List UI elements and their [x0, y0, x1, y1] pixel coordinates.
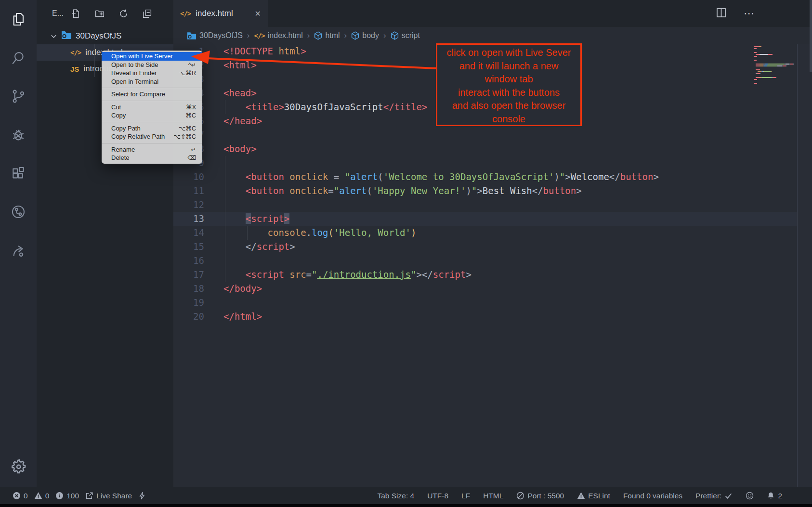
annotation-text-line: interact with the buttons: [437, 86, 580, 100]
breadcrumb-item-html[interactable]: html: [314, 31, 340, 40]
breadcrumb-item-body[interactable]: body: [351, 31, 379, 40]
menu-item-open-in-terminal[interactable]: Open in Terminal: [102, 78, 202, 86]
info-count[interactable]: 100: [55, 492, 79, 500]
new-folder-icon[interactable]: [95, 9, 105, 19]
feedback-smiley[interactable]: [746, 492, 754, 500]
activity-bar: [0, 0, 37, 487]
code-line-9[interactable]: 9: [173, 156, 797, 170]
menu-item-delete[interactable]: Delete⌫: [102, 154, 202, 162]
code-line-18[interactable]: 18</body>: [173, 282, 797, 296]
menu-item-select-for-compare[interactable]: Select for Compare: [102, 90, 202, 99]
line-content: [204, 296, 223, 310]
tree-indent-guide: [94, 44, 95, 77]
activity-item-gitlens[interactable]: [0, 193, 37, 231]
folder-icon: [187, 32, 196, 40]
code-line-19[interactable]: 19: [173, 296, 797, 310]
language-indicator[interactable]: HTML: [483, 492, 503, 500]
menu-separator: [102, 88, 202, 88]
live-share-button[interactable]: Live Share: [85, 492, 132, 500]
tab-size-indicator[interactable]: Tab Size: 4: [377, 492, 414, 500]
tab-close-icon[interactable]: ✕: [255, 9, 261, 18]
code-line-20[interactable]: 20</html>: [173, 310, 797, 324]
indent-guide: [225, 156, 225, 282]
annotation-text-line: and also open the browser: [437, 99, 580, 113]
activity-bar-items: [0, 0, 37, 270]
editor-scrollbar[interactable]: [810, 0, 812, 72]
menu-item-open-to-the-side[interactable]: Open to the Side^↵: [102, 61, 202, 69]
line-content: <script src="./introduction.js"></script…: [204, 268, 471, 282]
eslint-status[interactable]: ESLint: [577, 492, 610, 500]
code-line-13[interactable]: 13 <script>: [173, 212, 797, 226]
activity-item-run-and-debug[interactable]: [0, 116, 37, 154]
html-file-icon: </>: [180, 10, 191, 17]
line-content: <button onclick = "alert('Welcome to 30D…: [204, 170, 659, 184]
activity-item-extensions[interactable]: [0, 154, 37, 193]
breadcrumb-label: html: [325, 31, 340, 40]
code-line-7[interactable]: 7: [173, 128, 797, 142]
breadcrumb-item-script[interactable]: script: [391, 31, 420, 40]
info-icon: [55, 492, 64, 500]
line-content: <button onclick="alert('Happy New Year!'…: [204, 184, 582, 198]
activity-item-search[interactable]: [0, 39, 37, 77]
code-line-12[interactable]: 12: [173, 198, 797, 212]
breadcrumb-separator: ›: [247, 31, 250, 40]
line-number: 13: [173, 212, 204, 226]
minimap[interactable]: [754, 46, 798, 85]
split-editor-icon[interactable]: [716, 8, 726, 20]
new-file-icon[interactable]: [71, 9, 81, 19]
code-line-8[interactable]: 8<body>: [173, 142, 797, 156]
menu-item-rename[interactable]: Rename↵: [102, 145, 202, 154]
tab-index-html[interactable]: </> index.html ✕: [173, 0, 268, 27]
code-line-17[interactable]: 17 <script src="./introduction.js"></scr…: [173, 268, 797, 282]
live-server-port[interactable]: Port : 5500: [516, 492, 564, 500]
line-content: [204, 128, 223, 142]
menu-item-label: Delete: [111, 154, 130, 161]
problems-warnings[interactable]: 0: [34, 492, 50, 500]
breadcrumb: 30DaysOfJS›</>index.html›html›body›scrip…: [173, 27, 812, 44]
activity-item-explorer[interactable]: [0, 0, 37, 39]
menu-item-shortcut: ⌥⌘R: [179, 69, 196, 77]
menu-item-copy-path[interactable]: Copy Path⌥⌘C: [102, 124, 202, 133]
context-menu: Open with Live ServerOpen to the Side^↵R…: [102, 51, 202, 164]
activity-item-live-share[interactable]: [0, 231, 37, 270]
code-line-16[interactable]: 16: [173, 254, 797, 268]
settings-gear-icon[interactable]: [0, 447, 37, 485]
menu-item-label: Open in Terminal: [111, 78, 158, 85]
annotation-text-line: and it will launch a new: [437, 60, 580, 73]
eol-indicator[interactable]: LF: [461, 492, 470, 500]
line-content: [204, 254, 223, 268]
menu-item-shortcut: ⌘X: [186, 104, 196, 111]
breadcrumb-item-30daysofjs[interactable]: 30DaysOfJS: [187, 31, 243, 40]
folder-open-icon: [61, 31, 72, 42]
collapse-folders-icon[interactable]: [142, 9, 152, 19]
menu-item-label: Copy Path: [111, 125, 141, 132]
notifications-bell[interactable]: 2: [767, 492, 782, 500]
menu-item-reveal-in-finder[interactable]: Reveal in Finder⌥⌘R: [102, 69, 202, 78]
refresh-explorer-icon[interactable]: [118, 9, 129, 19]
code-line-11[interactable]: 11 <button onclick="alert('Happy New Yea…: [173, 184, 797, 198]
breadcrumb-label: index.html: [268, 31, 303, 40]
line-content: </html>: [204, 310, 262, 324]
menu-item-cut[interactable]: Cut⌘X: [102, 103, 202, 112]
more-actions-icon[interactable]: ⋯: [744, 7, 755, 20]
vscode-window: E... 30DaysOfJS </> index.html JS introd…: [0, 0, 812, 507]
code-line-15[interactable]: 15 </script>: [173, 240, 797, 254]
code-line-14[interactable]: 14 console.log('Hello, World'): [173, 226, 797, 240]
bolt-icon[interactable]: [138, 492, 146, 500]
menu-item-copy[interactable]: Copy⌘C: [102, 111, 202, 120]
menu-item-open-with-live-server[interactable]: Open with Live Server: [102, 52, 202, 61]
js-file-icon: JS: [70, 65, 79, 73]
menu-separator: [102, 143, 202, 143]
breadcrumb-item-index-html[interactable]: </>index.html: [254, 31, 302, 40]
tree-root-folder[interactable]: 30DaysOfJS: [37, 28, 173, 44]
menu-item-copy-relative-path[interactable]: Copy Relative Path⌥⇧⌘C: [102, 132, 202, 141]
problems-errors[interactable]: 0: [13, 492, 28, 500]
encoding-indicator[interactable]: UTF-8: [427, 492, 448, 500]
line-content: </script>: [204, 240, 295, 254]
activity-item-source-control[interactable]: [0, 77, 37, 116]
line-content: <html>: [204, 58, 257, 72]
variables-found[interactable]: Found 0 variables: [623, 492, 682, 500]
line-content: [204, 72, 223, 86]
prettier-status[interactable]: Prettier:: [695, 492, 733, 500]
code-line-10[interactable]: 10 <button onclick = "alert('Welcome to …: [173, 170, 797, 184]
